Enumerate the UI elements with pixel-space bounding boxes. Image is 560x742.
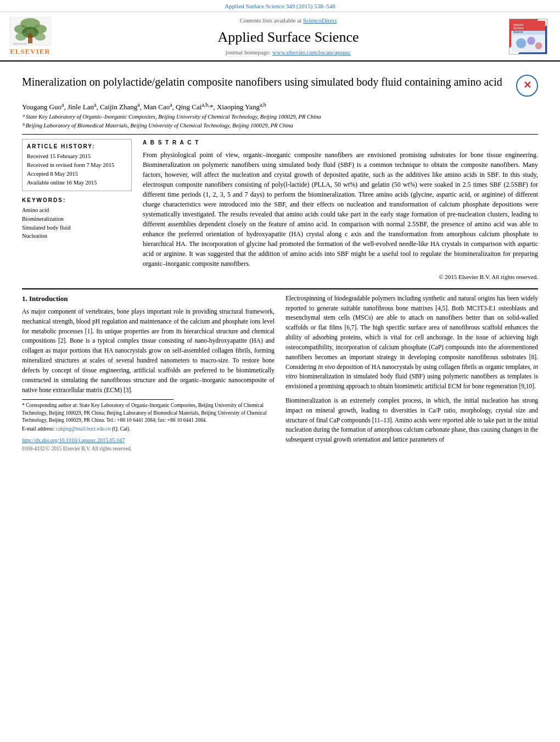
main-content: Mineralization on polylactide/gelatin co… <box>0 62 560 458</box>
email-link[interactable]: caiqing@mail.buct.edu.cn <box>56 426 111 432</box>
body-right-column: Electrospinning of biodegradable polymer… <box>285 294 538 453</box>
article-history-heading: Article history: <box>27 143 127 150</box>
sciencedirect-link[interactable]: ScienceDirect <box>303 17 337 24</box>
bottom-divider <box>22 288 538 289</box>
journal-header: Non tui solo... ELSEVIER Contents lists … <box>0 12 560 61</box>
affiliation-b: ᵇ Beijing Laboratory of Biomedical Mater… <box>22 122 538 130</box>
article-title-section: Mineralization on polylactide/gelatin co… <box>22 75 538 97</box>
affiliation-a: ᵃ State Key Laboratory of Organic–Inorga… <box>22 113 538 121</box>
right-column: A B S T R A C T From physiological point… <box>143 139 538 283</box>
top-bar: Applied Surface Science 349 (2015) 538–5… <box>0 0 560 12</box>
issn-line: 0169-4332/© 2015 Elsevier B.V. All right… <box>22 445 275 453</box>
svg-point-17 <box>535 42 542 49</box>
keywords-heading: Keywords: <box>22 197 132 204</box>
intro-paragraph-1: As major component of vertebrates, bone … <box>22 307 275 395</box>
doi-link[interactable]: http://dx.doi.org/10.1016/j.apsusc.2015.… <box>22 437 275 444</box>
header-divider <box>22 134 538 135</box>
crossmark-badge[interactable]: ✕ <box>516 75 538 97</box>
left-column: Article history: Received 15 February 20… <box>22 139 132 283</box>
elsevier-wordmark: ELSEVIER <box>10 47 51 57</box>
journal-cover-image: Applied Surface Science <box>509 19 547 54</box>
intro-paragraph-2: Electrospinning of biodegradable polymer… <box>285 294 538 392</box>
footnote-divider <box>22 399 173 400</box>
authors-line: Yougang Guoa, Jinle Lana, Caijin Zhanga,… <box>22 101 538 113</box>
svg-text:Applied: Applied <box>513 23 523 26</box>
elsevier-logo: Non tui solo... ELSEVIER <box>10 17 70 57</box>
keyword-biomineralization: Biomineralization <box>22 215 132 224</box>
accepted-date: Accepted 8 May 2015 <box>27 170 127 178</box>
journal-title: Applied Surface Science <box>70 27 506 47</box>
keywords-box: Keywords: Amino acid Biomineralization S… <box>22 197 132 241</box>
svg-text:Surface: Surface <box>513 27 524 30</box>
affiliations: ᵃ State Key Laboratory of Organic–Inorga… <box>22 113 538 130</box>
body-content: 1. Introduction As major component of ve… <box>22 294 538 453</box>
abstract-text: From physiological point of view, organi… <box>143 150 538 269</box>
svg-text:Non tui solo...: Non tui solo... <box>13 42 29 45</box>
email-footnote: E-mail address: caiqing@mail.buct.edu.cn… <box>22 426 275 433</box>
keyword-amino-acid: Amino acid <box>22 206 132 215</box>
crossmark-icon: ✕ <box>523 79 531 92</box>
keyword-nucleation: Nucleation <box>22 232 132 241</box>
svg-point-15 <box>516 38 526 48</box>
article-title: Mineralization on polylactide/gelatin co… <box>22 75 516 89</box>
section-number: 1. <box>22 294 27 303</box>
abstract-section: A B S T R A C T From physiological point… <box>143 139 538 269</box>
article-body-top: Article history: Received 15 February 20… <box>22 139 538 283</box>
received-date: Received 15 February 2015 <box>27 153 127 161</box>
received-revised-date: Received in revised form 7 May 2015 <box>27 161 127 170</box>
svg-point-7 <box>35 33 46 41</box>
intro-section-title: 1. Introduction <box>22 294 275 304</box>
journal-ref: Applied Surface Science 349 (2015) 538–5… <box>225 3 335 9</box>
corresponding-author-note: * Corresponding author at: State Key Lab… <box>22 402 275 424</box>
homepage-url[interactable]: www.elsevier.com/locate/apsusc <box>272 49 351 55</box>
article-info-box: Article history: Received 15 February 20… <box>22 139 132 191</box>
elsevier-tree-icon: Non tui solo... <box>10 17 51 46</box>
journal-center: Contents lists available at ScienceDirec… <box>70 16 506 57</box>
journal-thumbnail: Applied Surface Science <box>506 19 550 54</box>
copyright-line: © 2015 Elsevier B.V. All rights reserved… <box>143 273 538 281</box>
svg-text:Science: Science <box>513 30 523 34</box>
section-label: Introduction <box>29 294 68 303</box>
intro-paragraph-3: Biomineralization is an extremely comple… <box>285 396 538 445</box>
svg-point-6 <box>15 33 26 41</box>
svg-point-16 <box>527 37 535 45</box>
keyword-simulated-body-fluid: Simulated body fluid <box>22 224 132 232</box>
available-date: Available online 16 May 2015 <box>27 179 127 187</box>
contents-line: Contents lists available at ScienceDirec… <box>70 16 506 25</box>
homepage-line: journal homepage: www.elsevier.com/locat… <box>70 48 506 57</box>
abstract-heading: A B S T R A C T <box>143 139 538 147</box>
body-left-column: 1. Introduction As major component of ve… <box>22 294 275 453</box>
